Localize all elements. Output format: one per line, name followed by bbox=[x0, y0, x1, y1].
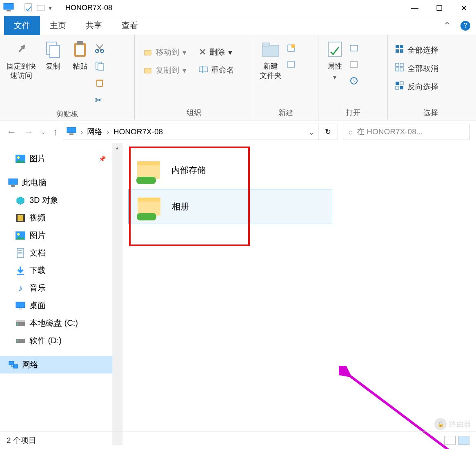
svg-rect-25 bbox=[350, 45, 358, 51]
pin-to-quickaccess-button[interactable]: 固定到快 速访问 bbox=[4, 38, 38, 82]
copyto-button[interactable]: 复制到 ▾ bbox=[142, 64, 188, 76]
scissors-icon[interactable]: ✂ bbox=[95, 95, 105, 106]
cube-icon bbox=[16, 196, 25, 205]
sidebar-item-downloads[interactable]: 下载 bbox=[0, 262, 122, 279]
svg-rect-34 bbox=[396, 68, 399, 71]
svg-rect-35 bbox=[400, 68, 403, 71]
selectnone-button[interactable]: 全部取消 bbox=[394, 62, 440, 75]
music-icon: ♪ bbox=[16, 283, 25, 293]
svg-rect-40 bbox=[67, 127, 76, 133]
sidebar-item-documents[interactable]: 文档 bbox=[0, 244, 122, 262]
document-icon bbox=[16, 248, 25, 258]
chevron-right-icon[interactable]: › bbox=[107, 127, 109, 136]
address-dropdown[interactable]: ⌄ bbox=[308, 127, 315, 137]
maximize-button[interactable]: ☐ bbox=[427, 0, 452, 16]
help-button[interactable]: ? bbox=[460, 21, 470, 31]
sidebar-item-pictures[interactable]: 图片 bbox=[0, 227, 122, 244]
collapse-ribbon-button[interactable]: ⌃ bbox=[439, 20, 455, 31]
svg-rect-8 bbox=[77, 41, 83, 44]
svg-rect-33 bbox=[400, 63, 403, 67]
film-icon bbox=[16, 213, 25, 223]
svg-rect-44 bbox=[9, 179, 18, 184]
open-icon[interactable] bbox=[349, 44, 358, 54]
sidebar-item-network[interactable]: 网络 bbox=[0, 356, 122, 373]
minimize-button[interactable]: — bbox=[403, 0, 427, 16]
svg-rect-50 bbox=[17, 249, 24, 258]
ribbon: 固定到快 速访问 复制 粘贴 ✂ 剪贴板 移动到 ▾ 复制到 ▾ bbox=[0, 35, 476, 120]
item-count: 2 个项目 bbox=[7, 435, 36, 446]
selectnone-icon bbox=[395, 63, 404, 74]
quick-access-toolbar: ▾ bbox=[0, 3, 62, 13]
folder-album[interactable]: 相册 bbox=[128, 189, 332, 224]
edit-icon[interactable] bbox=[349, 60, 358, 71]
paste-button[interactable]: 粘贴 bbox=[68, 38, 92, 73]
copy-button[interactable]: 复制 bbox=[41, 38, 65, 73]
svg-rect-19 bbox=[262, 45, 279, 57]
history-icon[interactable] bbox=[349, 76, 358, 87]
paste-shortcut-icon[interactable] bbox=[95, 78, 105, 89]
sidebar-item-pictures-quick[interactable]: 图片 📌 bbox=[0, 150, 122, 167]
content-pane[interactable]: 内部存储 相册 bbox=[122, 143, 476, 445]
sidebar-item-3dobjects[interactable]: 3D 对象 bbox=[0, 191, 122, 209]
recent-dropdown[interactable]: ⌄ bbox=[41, 129, 46, 135]
copypath-icon[interactable] bbox=[95, 61, 105, 72]
newitem-icon[interactable] bbox=[287, 44, 296, 54]
svg-rect-26 bbox=[350, 62, 358, 67]
tab-view[interactable]: 查看 bbox=[112, 16, 148, 35]
close-button[interactable]: ✕ bbox=[452, 0, 476, 16]
svg-rect-56 bbox=[19, 309, 22, 309]
properties-icon[interactable] bbox=[24, 3, 33, 13]
moveto-button[interactable]: 移动到 ▾ bbox=[142, 46, 188, 58]
dropdown-icon: ▾ bbox=[182, 66, 187, 75]
folder-internal-storage[interactable]: 内部存储 bbox=[128, 153, 332, 187]
copy-icon bbox=[43, 40, 63, 59]
rename-button[interactable]: 重命名 bbox=[197, 64, 236, 76]
svg-rect-39 bbox=[400, 86, 403, 89]
delete-icon: ✕ bbox=[199, 47, 206, 58]
sidebar-item-videos[interactable]: 视频 bbox=[0, 209, 122, 227]
svg-rect-37 bbox=[400, 82, 403, 85]
search-input[interactable]: ⌕ 在 HONOR7X-08... bbox=[343, 124, 469, 140]
sidebar-item-drive-c[interactable]: 本地磁盘 (C:) bbox=[0, 314, 122, 332]
scroll-up-icon[interactable]: ▴ bbox=[116, 143, 118, 152]
tab-home[interactable]: 主页 bbox=[40, 16, 76, 35]
svg-rect-7 bbox=[76, 45, 84, 55]
tab-share[interactable]: 共享 bbox=[76, 16, 112, 35]
details-view-button[interactable] bbox=[444, 436, 456, 445]
address-bar[interactable]: › 网络 › HONOR7X-08 ⌄ bbox=[63, 124, 318, 140]
dropdown-icon: ▾ bbox=[228, 48, 232, 57]
sidebar-item-music[interactable]: ♪音乐 bbox=[0, 279, 122, 297]
large-icons-view-button[interactable] bbox=[458, 436, 469, 445]
svg-rect-5 bbox=[50, 45, 60, 58]
breadcrumb-network[interactable]: 网络 bbox=[87, 127, 102, 137]
monitor-icon[interactable] bbox=[3, 3, 14, 13]
breadcrumb-host[interactable]: HONOR7X-08 bbox=[113, 127, 163, 136]
invert-button[interactable]: 反向选择 bbox=[394, 80, 440, 93]
svg-rect-32 bbox=[396, 63, 399, 67]
sidebar-item-desktop[interactable]: 桌面 bbox=[0, 297, 122, 314]
up-button[interactable]: ↑ bbox=[53, 126, 58, 138]
properties-button[interactable]: 属性 ▾ bbox=[323, 38, 347, 83]
sidebar-item-thispc[interactable]: 此电脑 bbox=[0, 174, 122, 191]
qat-dropdown-icon[interactable]: ▾ bbox=[49, 4, 52, 12]
dropdown-icon: ▾ bbox=[333, 73, 336, 81]
delete-button[interactable]: ✕删除 ▾ bbox=[197, 46, 236, 58]
sidebar-item-drive-d[interactable]: 软件 (D:) bbox=[0, 332, 122, 349]
drive-icon bbox=[16, 336, 25, 346]
svg-rect-36 bbox=[396, 82, 399, 85]
sidebar-scrollbar[interactable]: ▴ bbox=[112, 143, 122, 445]
svg-rect-15 bbox=[145, 50, 151, 55]
forward-button[interactable]: → bbox=[24, 126, 33, 138]
selectall-icon bbox=[395, 44, 404, 56]
refresh-button[interactable]: ↻ bbox=[318, 124, 338, 140]
chevron-right-icon[interactable]: › bbox=[80, 127, 83, 136]
easyaccess-icon[interactable] bbox=[287, 60, 296, 71]
separator bbox=[19, 4, 19, 12]
selectall-button[interactable]: 全部选择 bbox=[394, 44, 440, 56]
svg-rect-41 bbox=[69, 133, 73, 135]
newfolder-button[interactable]: 新建 文件夹 bbox=[257, 38, 284, 82]
cut-icon[interactable] bbox=[95, 44, 105, 55]
newfolder-icon[interactable] bbox=[36, 3, 45, 13]
back-button[interactable]: ← bbox=[7, 126, 16, 138]
tab-file[interactable]: 文件 bbox=[4, 16, 40, 35]
